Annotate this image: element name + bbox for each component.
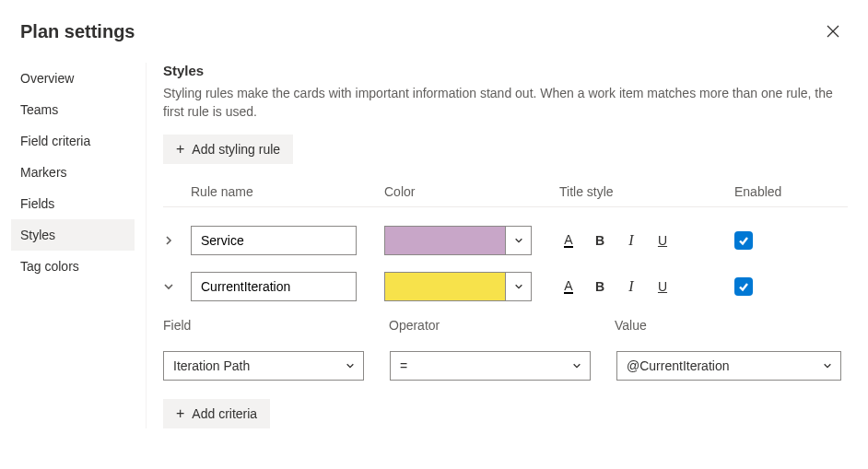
close-button[interactable] bbox=[818, 17, 848, 46]
sidebar-item-tag-colors[interactable]: Tag colors bbox=[20, 251, 146, 282]
collapse-toggle[interactable] bbox=[163, 281, 191, 292]
close-icon bbox=[827, 25, 839, 38]
criteria-field-value: Iteration Path bbox=[173, 358, 337, 373]
column-header-color: Color bbox=[384, 184, 559, 199]
chevron-down-icon bbox=[163, 281, 174, 292]
color-swatch bbox=[385, 227, 505, 254]
chevron-down-icon bbox=[514, 236, 523, 245]
italic-button[interactable]: I bbox=[622, 232, 640, 249]
enabled-checkbox[interactable] bbox=[734, 277, 753, 296]
criteria-value-value: @CurrentIteration bbox=[627, 358, 815, 373]
plus-icon: + bbox=[176, 142, 184, 157]
italic-button[interactable]: I bbox=[622, 278, 640, 295]
color-swatch bbox=[385, 273, 505, 300]
check-icon bbox=[738, 235, 749, 246]
column-header-title-style: Title style bbox=[559, 184, 734, 199]
underline-button[interactable]: U bbox=[653, 279, 672, 294]
sidebar-item-field-criteria[interactable]: Field criteria bbox=[20, 125, 146, 157]
rule-color-dropdown[interactable] bbox=[384, 226, 532, 255]
sidebar-item-teams[interactable]: Teams bbox=[20, 94, 146, 125]
chevron-down-icon bbox=[572, 361, 581, 370]
sidebar-item-fields[interactable]: Fields bbox=[20, 188, 146, 219]
chevron-down-icon bbox=[346, 361, 355, 370]
expand-toggle[interactable] bbox=[163, 235, 191, 246]
add-criteria-button[interactable]: + Add criteria bbox=[163, 399, 270, 428]
rule-row: A B I U bbox=[163, 272, 848, 301]
criteria-field-select[interactable]: Iteration Path bbox=[163, 351, 364, 381]
bold-button[interactable]: B bbox=[591, 233, 609, 248]
sidebar-item-styles[interactable]: Styles bbox=[11, 219, 135, 251]
add-criteria-label: Add criteria bbox=[192, 406, 257, 421]
title-style-group: A B I U bbox=[559, 278, 734, 295]
bold-button[interactable]: B bbox=[591, 279, 609, 294]
column-header-enabled: Enabled bbox=[734, 184, 808, 199]
chevron-down-icon bbox=[514, 282, 523, 291]
chevron-right-icon bbox=[163, 235, 174, 246]
criteria-header-field: Field bbox=[163, 318, 389, 333]
sidebar-item-overview[interactable]: Overview bbox=[20, 63, 146, 94]
criteria-value-select[interactable]: @CurrentIteration bbox=[616, 351, 841, 381]
rule-color-dropdown[interactable] bbox=[384, 272, 532, 301]
underline-button[interactable]: U bbox=[653, 233, 672, 248]
rule-name-input[interactable] bbox=[191, 272, 357, 301]
column-header-rule-name: Rule name bbox=[191, 184, 384, 199]
page-title: Plan settings bbox=[20, 21, 135, 42]
text-color-button[interactable]: A bbox=[559, 278, 578, 294]
criteria-header-value: Value bbox=[615, 318, 848, 333]
chevron-down-icon bbox=[823, 361, 832, 370]
title-style-group: A B I U bbox=[559, 232, 734, 249]
criteria-header-operator: Operator bbox=[389, 318, 615, 333]
criteria-operator-select[interactable]: = bbox=[390, 351, 591, 381]
check-icon bbox=[738, 281, 749, 292]
text-color-button[interactable]: A bbox=[559, 232, 578, 248]
section-title: Styles bbox=[163, 63, 848, 78]
sidebar: Overview Teams Field criteria Markers Fi… bbox=[20, 63, 146, 428]
rule-row: A B I U bbox=[163, 226, 848, 255]
enabled-checkbox[interactable] bbox=[734, 231, 753, 250]
criteria-operator-value: = bbox=[400, 358, 564, 373]
add-styling-rule-label: Add styling rule bbox=[192, 142, 280, 157]
add-styling-rule-button[interactable]: + Add styling rule bbox=[163, 135, 293, 164]
sidebar-item-markers[interactable]: Markers bbox=[20, 157, 146, 188]
rule-name-input[interactable] bbox=[191, 226, 357, 255]
plus-icon: + bbox=[176, 406, 184, 421]
section-description: Styling rules make the cards with import… bbox=[163, 84, 845, 122]
